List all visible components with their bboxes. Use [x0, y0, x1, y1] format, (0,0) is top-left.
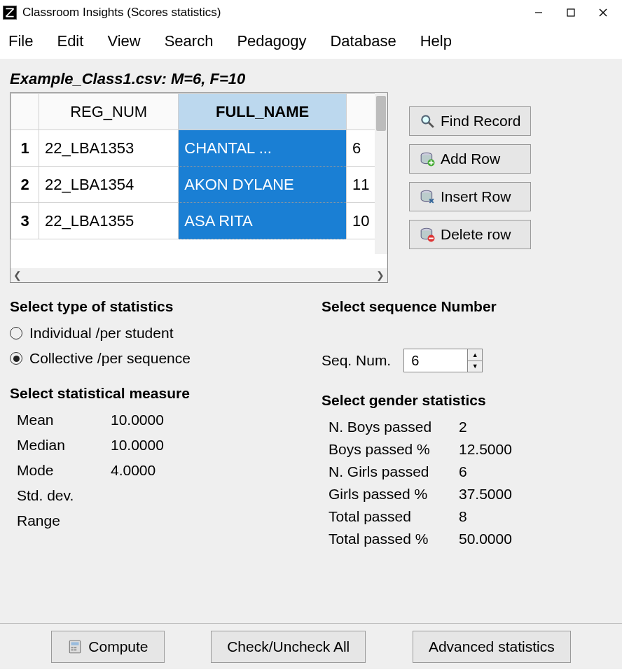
advanced-stats-button[interactable]: Advanced statistics: [413, 631, 571, 663]
seq-input[interactable]: [404, 349, 467, 372]
maximize-button[interactable]: [555, 1, 587, 24]
svg-rect-13: [71, 647, 74, 648]
app-icon: [3, 6, 17, 20]
svg-rect-15: [71, 649, 74, 650]
scroll-left-icon[interactable]: ❮: [13, 270, 22, 281]
data-table-area: REG_NUM FULL_NAME 1 22_LBA1353 CHANTAL .…: [10, 92, 388, 283]
radio-individual[interactable]: Individual /per student: [10, 325, 300, 342]
data-table[interactable]: REG_NUM FULL_NAME 1 22_LBA1353 CHANTAL .…: [11, 93, 387, 239]
mode-value: 4.0000: [111, 462, 156, 479]
find-record-button[interactable]: Find Record: [409, 106, 531, 136]
boyspct-value: 12.5000: [459, 441, 512, 458]
file-label: Example_Class1.csv: M=6, F=10: [10, 70, 612, 88]
calculator-icon: [67, 639, 83, 654]
svg-rect-14: [74, 647, 76, 648]
svg-rect-12: [71, 642, 79, 645]
vertical-scrollbar[interactable]: [375, 93, 387, 254]
menubar: File Edit View Search Pedagogy Database …: [0, 25, 622, 59]
menu-view[interactable]: View: [107, 32, 140, 50]
gender-heading: Select gender statistics: [322, 392, 612, 409]
seq-heading: Select sequence Number: [322, 298, 612, 315]
menu-edit[interactable]: Edit: [57, 32, 83, 50]
radio-icon: [10, 327, 22, 340]
mean-value: 10.0000: [111, 412, 164, 428]
compute-button[interactable]: Compute: [51, 631, 164, 663]
svg-point-4: [422, 115, 429, 123]
delete-row-button[interactable]: Delete row: [409, 220, 531, 249]
add-row-button[interactable]: Add Row: [409, 144, 531, 174]
radio-collective[interactable]: Collective /per sequence: [10, 350, 300, 367]
scroll-right-icon[interactable]: ❯: [376, 270, 385, 281]
table-row: 1 22_LBA1353 CHANTAL ... 6: [11, 130, 387, 167]
svg-line-5: [429, 122, 434, 127]
seq-spinner[interactable]: ▲▼: [403, 349, 483, 372]
horizontal-scrollbar[interactable]: ❮ ❯: [11, 268, 387, 282]
median-value: 10.0000: [111, 437, 164, 454]
menu-help[interactable]: Help: [420, 32, 452, 50]
table-row: 2 22_LBA1354 AKON DYLANE 11: [11, 167, 387, 203]
menu-pedagogy[interactable]: Pedagogy: [237, 32, 306, 50]
titlebar: Classroom Insights (Scores statistics): [0, 0, 622, 25]
menu-database[interactable]: Database: [330, 32, 396, 50]
menu-search[interactable]: Search: [165, 32, 214, 50]
radio-icon: [10, 352, 22, 365]
col-fullname[interactable]: FULL_NAME: [179, 94, 347, 130]
spinner-up-icon[interactable]: ▲: [468, 349, 482, 361]
check-uncheck-button[interactable]: Check/Uncheck All: [211, 631, 366, 663]
bottom-bar: Compute Check/Uncheck All Advanced stati…: [0, 623, 622, 669]
db-delete-icon: [420, 227, 435, 242]
db-add-icon: [420, 151, 435, 167]
ngirls-value: 6: [459, 463, 467, 480]
window-title: Classroom Insights (Scores statistics): [22, 6, 523, 20]
menu-file[interactable]: File: [8, 32, 33, 50]
total-value: 8: [459, 508, 467, 525]
spinner-down-icon[interactable]: ▼: [468, 361, 482, 372]
table-corner: [11, 94, 39, 130]
close-button[interactable]: [587, 1, 619, 24]
col-regnum[interactable]: REG_NUM: [39, 94, 179, 130]
db-insert-icon: [420, 189, 435, 204]
svg-rect-1: [567, 9, 574, 16]
measures-heading: Select statistical measure: [10, 385, 300, 402]
magnifier-icon: [420, 113, 435, 129]
minimize-button[interactable]: [523, 1, 555, 24]
table-row: 3 22_LBA1355 ASA RITA 10: [11, 203, 387, 239]
girlspct-value: 37.5000: [459, 486, 512, 503]
insert-row-button[interactable]: Insert Row: [409, 182, 531, 211]
nboys-value: 2: [459, 419, 467, 435]
svg-rect-16: [74, 649, 76, 650]
seq-label: Seq. Num.: [322, 352, 391, 369]
stats-type-heading: Select type of statistics: [10, 298, 300, 315]
totalpct-value: 50.0000: [459, 531, 512, 547]
